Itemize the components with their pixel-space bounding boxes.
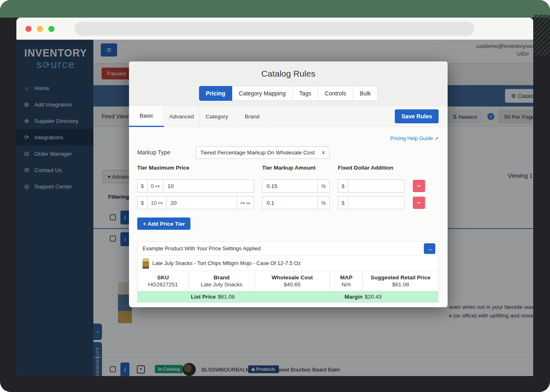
remove-tier-button[interactable]: − [413,180,425,192]
stat-brand: Brand Late July Snacks [189,271,255,291]
currency-addon: $ [137,179,147,193]
example-product-panel: Example Product With Your Price Settings… [137,241,439,303]
stat-suggested-retail: Suggested Retail Price $61.08 [363,271,438,291]
example-product-image [143,258,149,269]
markup-type-value: Tiered Percentage Markup On Wholesale Co… [200,150,315,156]
tier-max-group: $ 0 ↦ [137,179,254,193]
price-result-row: List Price $61.08 Margin $20.43 [138,291,438,302]
tab-controls[interactable]: Controls [318,86,353,101]
remove-tier-button[interactable]: − [413,197,425,209]
subtab-category[interactable]: Category [199,106,235,127]
list-price-cell: List Price $61.08 [138,291,288,302]
browser-chrome [16,18,533,40]
fixed-dollar-input[interactable] [348,196,405,209]
stat-value: $40.65 [284,281,301,288]
subtab-basic[interactable]: Basic [129,106,164,127]
pricing-help-guide-link[interactable]: Pricing Help Guide ↗ [390,135,439,141]
tier-max-input[interactable] [163,179,254,193]
tab-bulk[interactable]: Bulk [353,86,378,101]
add-price-tier-button[interactable]: + Add Price Tier [137,218,190,230]
tier-from-addon: 0 ↦ [147,179,163,193]
tier-max-input[interactable] [166,196,237,209]
modal-subtab-bar: Basic Advanced Category Brand Save Rules [129,106,448,127]
fixed-dollar-addition-header: Fixed Dollar Addition [338,165,393,171]
tier-max-price-header: Tier Maximum Price [137,165,189,171]
tier-markup-input[interactable] [262,196,318,209]
margin-cell: Margin $20.43 [288,291,438,302]
maximize-button[interactable] [48,26,54,32]
frame-decoration [533,15,550,56]
next-example-button[interactable]: → [424,243,435,254]
tab-category-mapping[interactable]: Category Mapping [232,86,292,101]
add-price-tier-label: Add Price Tier [146,221,185,227]
tier-markup-group: % [262,196,330,209]
example-panel-header: Example Product With Your Price Settings… [138,242,438,256]
help-link-label: Pricing Help Guide [390,136,433,141]
infinity-addon: ↦ ∞ [237,196,254,209]
subtab-advanced[interactable]: Advanced [164,106,199,127]
stat-value: $61.08 [392,281,409,288]
url-bar[interactable] [75,22,474,36]
stat-label: SKU [157,274,169,281]
fixed-dollar-input[interactable] [348,179,405,193]
example-stats-row: SKU HG2827251 Brand Late July Snacks Who… [138,271,438,291]
fixed-dollar-group: $ [338,179,405,193]
percent-addon: % [318,179,330,193]
modal-tab-group: Pricing Category Mapping Tags Controls B… [129,86,448,101]
currency-addon: $ [338,196,348,209]
tier-markup-input[interactable] [262,179,318,193]
stat-value: Late July Snacks [201,281,242,288]
margin-value: $20.43 [364,294,381,300]
device-frame: INVENTORY s⟳urce ⌂ Home ⊞ Add Integratio… [0,0,550,392]
close-button[interactable] [25,26,32,32]
fixed-dollar-group: $ [338,196,405,209]
catalog-rules-modal: Catalog Rules Pricing Category Mapping T… [129,61,448,307]
currency-addon: $ [338,179,348,193]
example-header-label: Example Product With Your Price Settings… [143,245,260,252]
modal-title: Catalog Rules [129,61,448,79]
percent-addon: % [318,196,330,209]
browser-window: INVENTORY s⟳urce ⌂ Home ⊞ Add Integratio… [16,18,533,376]
subtab-brand[interactable]: Brand [235,106,270,127]
stat-label: MAP [340,274,353,281]
example-product-row: Late July Snacks - Tort Chips Mltigrn Mo… [138,256,438,271]
modal-header: Catalog Rules Pricing Category Mapping T… [129,61,448,106]
stat-value: N/A [342,281,351,288]
modal-body: Pricing Help Guide ↗ Markup Type Tiered … [129,127,448,307]
stat-sku: SKU HG2827251 [138,271,189,291]
stat-map: MAP N/A [330,271,363,291]
stat-value: HG2827251 [148,281,178,288]
external-link-icon: ↗ [435,136,439,141]
tier-markup-amount-header: Tier Markup Amount [262,165,316,171]
markup-type-select[interactable]: Tiered Percentage Markup On Wholesale Co… [196,146,330,159]
margin-label: Margin [344,294,362,300]
tab-tags[interactable]: Tags [292,86,318,101]
tier-markup-group: % [262,179,330,193]
stat-label: Wholesale Cost [272,274,313,281]
tier-from-addon: 10 ↦ [147,196,166,209]
plus-icon: + [143,221,146,227]
frame-top-band [0,0,550,18]
save-rules-button[interactable]: Save Rules [395,109,439,123]
stat-wholesale-cost: Wholesale Cost $40.65 [255,271,330,291]
list-price-value: $61.08 [218,294,235,300]
select-caret-icon: ∨ [321,147,325,159]
stat-label: Brand [213,274,229,281]
tier-max-group: $ 10 ↦ ↦ ∞ [137,196,254,209]
currency-addon: $ [137,196,147,209]
list-price-label: List Price [191,294,216,300]
minimize-button[interactable] [37,26,43,32]
tab-pricing[interactable]: Pricing [199,86,232,101]
markup-type-label: Markup Type [137,149,170,156]
example-product-name: Late July Snacks - Tort Chips Mltigrn Mo… [152,260,301,266]
stat-label: Suggested Retail Price [371,274,430,281]
